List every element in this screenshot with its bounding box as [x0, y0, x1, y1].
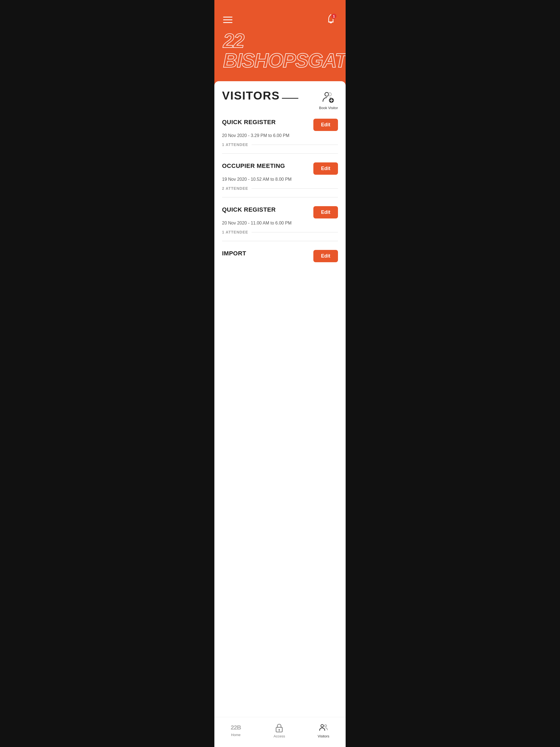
attendee-count: 1 ATTENDEE	[222, 230, 248, 234]
visitors-header: VISITORS Book Visitor	[222, 90, 338, 110]
attendee-row: 1 ATTENDEE	[222, 143, 338, 147]
card-title: IMPORT	[222, 250, 246, 257]
visitor-card: IMPORT Edit	[222, 250, 338, 271]
visitors-nav-icon	[319, 723, 328, 732]
svg-point-11	[325, 725, 327, 727]
visitors-title-container: VISITORS	[222, 90, 298, 101]
svg-rect-1	[328, 22, 334, 22]
attendee-line	[252, 232, 338, 232]
card-top: QUICK REGISTER Edit	[222, 119, 338, 131]
edit-button[interactable]: Edit	[313, 206, 338, 218]
card-date: 19 Nov 2020 - 10.52 AM to 8.00 PM	[222, 177, 338, 182]
attendee-row: 1 ATTENDEE	[222, 230, 338, 234]
card-title: QUICK REGISTER	[222, 206, 276, 213]
attendee-line	[252, 145, 338, 145]
nav-label-visitors: Visitors	[318, 734, 329, 738]
attendee-count: 2 ATTENDEE	[222, 186, 248, 190]
card-date: 20 Nov 2020 - 11.00 AM to 6.00 PM	[222, 221, 338, 226]
card-title: QUICK REGISTER	[222, 119, 276, 126]
visitor-card: QUICK REGISTER Edit 20 Nov 2020 - 3.29 P…	[222, 119, 338, 154]
main-content: VISITORS Book Visitor	[214, 81, 346, 747]
card-top: OCCUPIER MEETING Edit	[222, 162, 338, 175]
hamburger-line-1	[223, 17, 232, 18]
card-top: IMPORT Edit	[222, 250, 338, 262]
nav-item-access[interactable]: Access	[268, 720, 291, 741]
hamburger-menu[interactable]	[223, 17, 232, 23]
hamburger-line-3	[223, 22, 232, 23]
visitors-title: VISITORS	[222, 89, 280, 102]
lock-icon	[274, 723, 284, 732]
phone-container: 1 22 BISHOPSGATE VISITORS	[214, 0, 346, 747]
nav-item-home[interactable]: 22B Home	[225, 722, 246, 739]
nav-item-visitors[interactable]: Visitors	[312, 720, 335, 741]
header-top: 1	[223, 13, 337, 27]
notification-button[interactable]: 1	[325, 13, 337, 27]
home-logo-text: 22B	[231, 724, 241, 731]
bottom-nav: 22B Home Access Visitors	[214, 717, 346, 747]
app-title: 22 BISHOPSGATE	[223, 31, 337, 75]
hamburger-line-2	[223, 19, 232, 20]
visitor-card: OCCUPIER MEETING Edit 19 Nov 2020 - 10.5…	[222, 162, 338, 198]
card-date: 20 Nov 2020 - 3.29 PM to 6.00 PM	[222, 133, 338, 138]
edit-button[interactable]: Edit	[313, 250, 338, 262]
edit-button[interactable]: Edit	[313, 162, 338, 175]
attendee-row: 2 ATTENDEE	[222, 186, 338, 190]
card-title: OCCUPIER MEETING	[222, 162, 285, 170]
visitor-card: QUICK REGISTER Edit 20 Nov 2020 - 11.00 …	[222, 206, 338, 241]
svg-point-10	[321, 725, 324, 727]
header: 1 22 BISHOPSGATE	[214, 0, 346, 81]
book-visitor-label: Book Visitor	[319, 106, 338, 110]
nav-label-access: Access	[274, 734, 285, 738]
notification-badge: 1	[331, 13, 337, 19]
card-top: QUICK REGISTER Edit	[222, 206, 338, 218]
attendee-count: 1 ATTENDEE	[222, 143, 248, 147]
book-visitor-button[interactable]: Book Visitor	[319, 90, 338, 110]
attendee-line	[252, 188, 338, 189]
edit-button[interactable]: Edit	[313, 119, 338, 131]
book-visitor-icon	[321, 90, 335, 104]
nav-label-home: Home	[231, 733, 240, 737]
visitors-title-underline	[282, 98, 298, 99]
